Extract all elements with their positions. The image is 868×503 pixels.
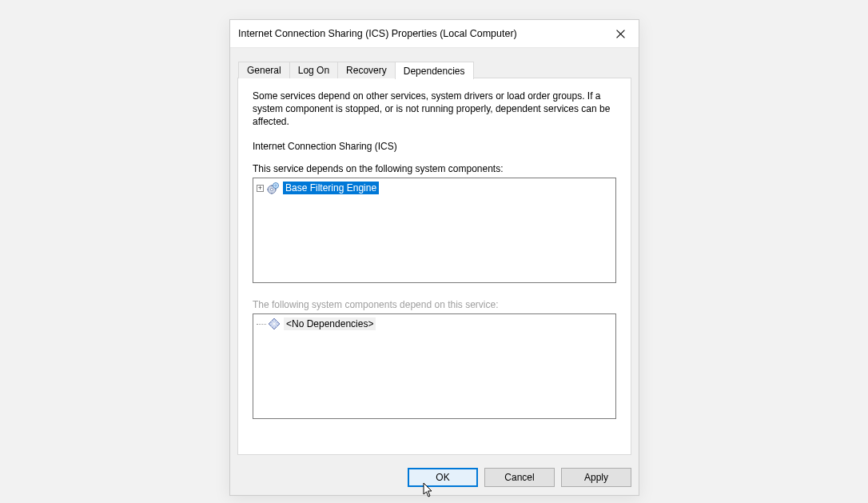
expand-icon[interactable]: + xyxy=(257,185,264,192)
mouse-cursor-icon xyxy=(423,482,434,498)
svg-point-3 xyxy=(270,188,273,190)
tree-item-label: Base Filtering Engine xyxy=(283,182,379,194)
window-title: Internet Connection Sharing (ICS) Proper… xyxy=(238,28,602,39)
svg-point-9 xyxy=(275,185,277,186)
depends-on-label: This service depends on the following sy… xyxy=(253,163,616,174)
properties-dialog: Internet Connection Sharing (ICS) Proper… xyxy=(229,19,639,496)
dependents-label: The following system components depend o… xyxy=(253,299,616,310)
dependents-tree[interactable]: <No Dependencies> xyxy=(253,313,616,419)
depends-on-tree[interactable]: + Base Filtering Engine xyxy=(253,178,616,283)
close-button[interactable] xyxy=(602,20,639,47)
tab-general[interactable]: General xyxy=(238,62,290,78)
tree-connector xyxy=(257,324,266,325)
tab-recovery[interactable]: Recovery xyxy=(337,62,396,78)
service-name-label: Internet Connection Sharing (ICS) xyxy=(253,141,616,152)
tab-dependencies[interactable]: Dependencies xyxy=(395,62,474,79)
ok-button[interactable]: OK xyxy=(408,468,478,487)
service-gear-icon xyxy=(267,182,280,194)
client-area: General Log On Recovery Dependencies Som… xyxy=(230,48,639,495)
tree-item: <No Dependencies> xyxy=(255,317,614,331)
tab-page-dependencies: Some services depend on other services, … xyxy=(237,78,631,455)
description-text: Some services depend on other services, … xyxy=(253,90,616,128)
svg-marker-15 xyxy=(424,483,432,497)
tab-log-on[interactable]: Log On xyxy=(289,62,338,78)
close-icon xyxy=(616,30,625,38)
apply-button[interactable]: Apply xyxy=(561,468,631,487)
cancel-button[interactable]: Cancel xyxy=(484,468,555,487)
tree-item-label: <No Dependencies> xyxy=(284,317,376,330)
titlebar: Internet Connection Sharing (ICS) Proper… xyxy=(230,20,639,48)
button-bar: OK Cancel Apply xyxy=(408,468,631,487)
tree-item[interactable]: + Base Filtering Engine xyxy=(255,181,614,195)
empty-node-icon xyxy=(268,317,281,330)
tab-strip: General Log On Recovery Dependencies xyxy=(238,61,473,78)
